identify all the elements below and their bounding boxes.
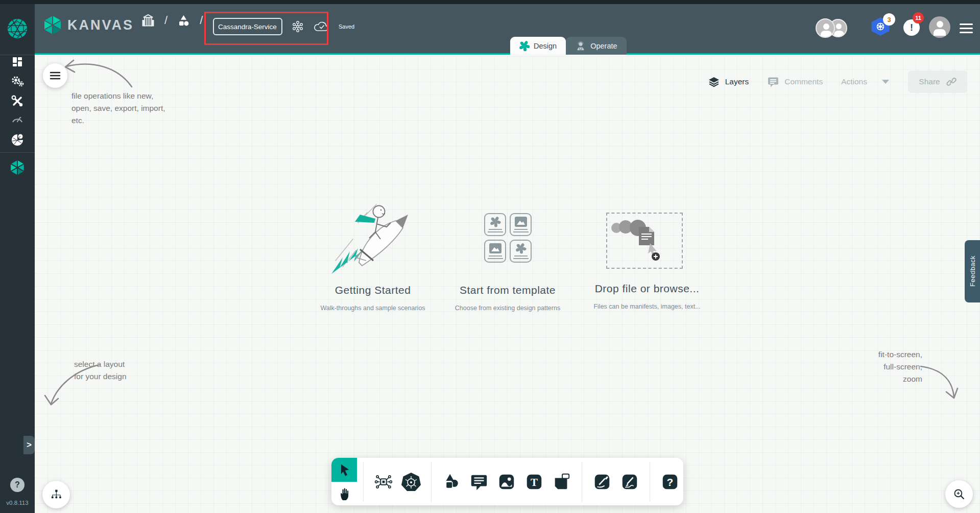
- mesh-cluster-icon[interactable]: [291, 19, 305, 34]
- layers-icon: [708, 76, 720, 88]
- dashboard-icon: [11, 56, 23, 68]
- comments-toggle[interactable]: Comments: [767, 76, 823, 88]
- layers-toggle[interactable]: Layers: [708, 76, 749, 88]
- left-sidebar: > ? v0.8.113: [0, 4, 35, 513]
- zoom-button[interactable]: [945, 480, 973, 508]
- sidebar-item-catalog[interactable]: [0, 131, 35, 149]
- share-button[interactable]: Share: [908, 71, 967, 93]
- feedback-label: Feedback: [969, 255, 976, 287]
- tool-help[interactable]: ?: [659, 471, 681, 493]
- sidebar-item-performance[interactable]: [0, 109, 35, 128]
- design-spiral-icon: [519, 41, 530, 51]
- annotation-file-operations: file operations like new, open, save, ex…: [71, 90, 165, 127]
- annotation-zoom: fit-to-screen, full-screen, zoom: [846, 348, 922, 385]
- cloud-saved-icon[interactable]: [313, 20, 330, 33]
- template-grid-icon: [484, 213, 532, 263]
- tool-comment[interactable]: [468, 471, 490, 493]
- components-node-icon: [374, 472, 393, 492]
- mode-tabs: Design Operate: [510, 37, 627, 55]
- chevron-down-icon: [881, 79, 890, 84]
- window-top-strip: [0, 0, 980, 4]
- hand-icon: [338, 486, 351, 501]
- collaborator-avatars[interactable]: [816, 18, 847, 38]
- toolbar-divider: [431, 462, 432, 502]
- file-name-input[interactable]: [213, 18, 282, 35]
- drop-file-icon: [607, 214, 682, 268]
- kubernetes-wheel-icon: [401, 472, 421, 492]
- kubernetes-context-chip[interactable]: 3: [871, 17, 890, 36]
- layer5-logo-icon[interactable]: [7, 18, 28, 39]
- template-subtitle: Choose from existing design patterns: [446, 305, 569, 312]
- tool-freehand[interactable]: [618, 471, 641, 493]
- comments-icon: [767, 76, 779, 88]
- notification-center[interactable]: ! 11: [903, 19, 920, 36]
- sidebar-divider: [0, 152, 35, 153]
- sidebar-item-kanvas[interactable]: [0, 158, 35, 177]
- saved-status: Saved: [339, 24, 354, 30]
- help-icon: ?: [660, 472, 680, 492]
- svg-text:?: ?: [667, 476, 674, 487]
- text-icon: T: [524, 472, 544, 492]
- organization-icon[interactable]: [141, 13, 155, 28]
- tool-text[interactable]: T: [523, 471, 545, 493]
- kanvas-hexagon-icon: [10, 160, 25, 175]
- note-icon: [552, 472, 571, 492]
- app-version: v0.8.113: [0, 500, 35, 506]
- zoom-arrow: [917, 360, 963, 406]
- tool-shapes[interactable]: [440, 471, 463, 493]
- tab-design[interactable]: Design: [510, 37, 566, 55]
- layout-tree-icon: [50, 488, 63, 501]
- drop-title: Drop file or browse...: [591, 283, 703, 295]
- layout-arrow: [42, 360, 103, 416]
- comment-bubble-icon: [469, 472, 489, 492]
- sidebar-expand-chevron[interactable]: >: [23, 436, 35, 454]
- tool-pan-hand[interactable]: [331, 482, 357, 505]
- user-menu[interactable]: [929, 16, 950, 38]
- tab-design-label: Design: [534, 42, 557, 50]
- notification-count-badge: 11: [913, 12, 924, 24]
- brand[interactable]: KANVAS: [44, 15, 134, 35]
- tool-pen[interactable]: [591, 471, 613, 493]
- toolbar-divider: [582, 462, 582, 502]
- link-icon: [946, 77, 957, 87]
- operate-headset-icon: [575, 40, 586, 52]
- tool-select-cursor[interactable]: [331, 458, 357, 482]
- sidebar-item-settings[interactable]: [0, 72, 35, 90]
- pencil-icon: [620, 472, 639, 492]
- collaborator-avatar-icon: [816, 18, 835, 38]
- sidebar-item-dashboard[interactable]: [0, 53, 35, 71]
- layers-label: Layers: [725, 77, 749, 86]
- feedback-tab[interactable]: Feedback: [965, 240, 980, 302]
- header-menu-icon[interactable]: [960, 24, 973, 33]
- user-avatar-icon: [929, 16, 950, 38]
- app-header: KANVAS / /: [35, 4, 980, 55]
- design-canvas[interactable]: file operations like new, open, save, ex…: [35, 56, 980, 513]
- drop-zone[interactable]: [606, 213, 683, 269]
- tool-note[interactable]: [551, 471, 573, 493]
- app-root: KANVAS / /: [0, 0, 980, 513]
- rocket-illustration: [329, 200, 416, 277]
- tool-kubernetes[interactable]: [400, 471, 422, 493]
- actions-dropdown[interactable]: Actions: [841, 77, 890, 86]
- bottom-toolbar: T: [331, 458, 683, 505]
- breadcrumb-separator: /: [198, 14, 205, 27]
- toolbar-divider: [363, 462, 364, 502]
- actions-label: Actions: [841, 77, 867, 86]
- sidebar-item-toolbox[interactable]: [0, 92, 35, 110]
- shapes-icon: [442, 472, 461, 492]
- layout-selector-button[interactable]: [42, 481, 70, 508]
- tool-image[interactable]: [495, 471, 518, 493]
- file-ops-arrow: [55, 56, 137, 92]
- pen-icon: [592, 472, 612, 492]
- tab-operate[interactable]: Operate: [566, 37, 626, 55]
- comments-label: Comments: [784, 77, 823, 86]
- drop-subtitle: Files can be manifests, images, text...: [583, 303, 711, 310]
- tool-components[interactable]: [372, 471, 395, 493]
- gears-icon: [10, 75, 25, 88]
- help-button[interactable]: ?: [10, 478, 25, 492]
- workspace-shapes-icon[interactable]: [177, 14, 190, 28]
- getting-started-subtitle: Walk-throughs and sample scenarios: [312, 305, 434, 312]
- tab-operate-label: Operate: [590, 42, 617, 50]
- breadcrumb-separator: /: [162, 14, 170, 27]
- getting-started-title: Getting Started: [324, 284, 421, 296]
